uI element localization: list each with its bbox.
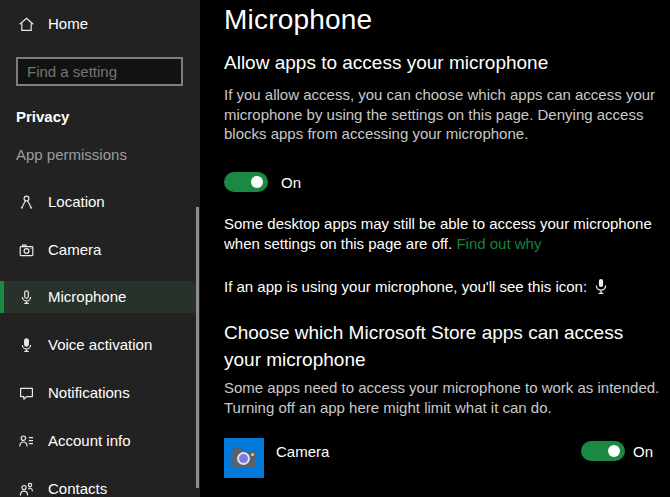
camera-app-toggle-state: On [633, 443, 653, 460]
sidebar-item-label: Location [48, 193, 105, 210]
sidebar-item-label: Home [48, 15, 88, 32]
sidebar-item-label: Contacts [48, 480, 107, 497]
page-title: Microphone [224, 4, 372, 36]
sidebar-item-voice-activation[interactable]: Voice activation [0, 329, 196, 361]
sidebar-item-notifications[interactable]: Notifications [0, 377, 196, 409]
store-section-heading: Choose which Microsoft Store apps can ac… [224, 319, 648, 373]
microphone-icon [18, 289, 35, 306]
search-input[interactable] [18, 63, 200, 80]
main-content: Microphone Allow apps to access your mic… [200, 0, 670, 497]
camera-app-tile [224, 438, 264, 478]
allow-section-description: If you allow access, you can choose whic… [224, 85, 662, 144]
allow-section-heading: Allow apps to access your microphone [224, 52, 548, 74]
sidebar-item-location[interactable]: Location [0, 186, 196, 218]
sidebar-item-label: Voice activation [48, 336, 152, 353]
location-icon [18, 194, 35, 211]
toggle-knob [251, 176, 263, 188]
sidebar-scrollbar[interactable] [196, 207, 199, 488]
sidebar-item-microphone[interactable]: Microphone [0, 281, 196, 313]
notifications-icon [18, 385, 35, 402]
settings-sidebar: Home Privacy App permissions Location [0, 0, 200, 497]
desktop-apps-note-text: Some desktop apps may still be able to a… [224, 215, 652, 252]
desktop-apps-note: Some desktop apps may still be able to a… [224, 214, 670, 253]
camera-app-toggle[interactable] [581, 441, 625, 461]
microphone-access-toggle[interactable] [224, 172, 268, 192]
sidebar-group-app-permissions[interactable]: App permissions [16, 146, 127, 163]
find-out-why-link[interactable]: Find out why [456, 235, 541, 252]
camera-icon [18, 242, 35, 259]
microphone-in-use-icon [595, 278, 607, 296]
sidebar-item-account-info[interactable]: Account info [0, 425, 196, 457]
toggle-knob [608, 445, 620, 457]
sidebar-item-label: Account info [48, 432, 131, 449]
home-icon [18, 16, 35, 33]
microphone-access-toggle-state: On [281, 174, 301, 191]
sidebar-section-privacy: Privacy [16, 108, 69, 125]
sidebar-item-contacts[interactable]: Contacts [0, 473, 196, 497]
search-box[interactable] [16, 57, 183, 86]
sidebar-item-label: Notifications [48, 384, 130, 401]
icon-usage-note: If an app is using your microphone, you'… [224, 277, 607, 295]
store-section-description: Some apps need to access your microphone… [224, 378, 670, 417]
sidebar-item-camera[interactable]: Camera [0, 234, 196, 266]
app-row-name: Camera [276, 443, 329, 460]
sidebar-item-label: Microphone [48, 288, 126, 305]
icon-usage-note-text: If an app is using your microphone, you'… [224, 278, 587, 295]
sidebar-item-home[interactable]: Home [0, 12, 196, 38]
account-info-icon [18, 433, 35, 450]
contacts-icon [18, 481, 35, 497]
sidebar-item-label: Camera [48, 241, 101, 258]
voice-activation-icon [18, 337, 35, 354]
